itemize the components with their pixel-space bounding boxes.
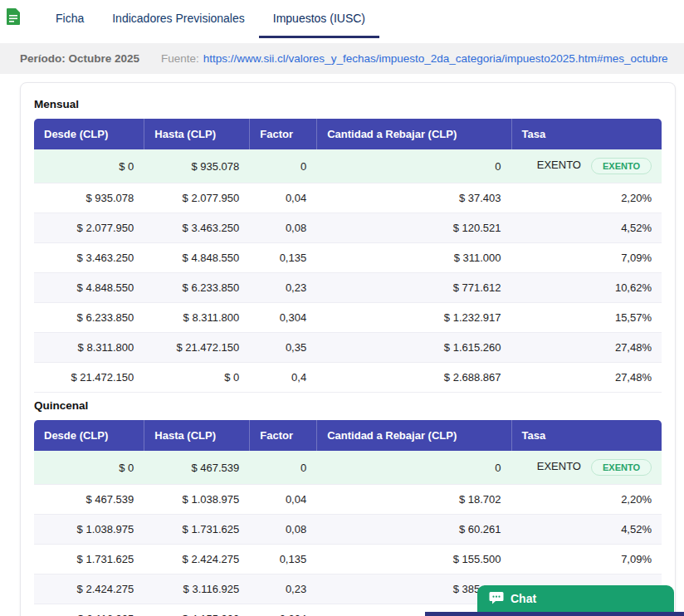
tasa-value: 2,20% — [621, 192, 652, 204]
cell-hasta: $ 3.116.925 — [144, 574, 249, 604]
cell-tasa: 7,09% — [511, 545, 662, 574]
tax-tables-card: MensualDesde (CLP)Hasta (CLP)FactorCanti… — [20, 82, 676, 616]
column-header-cantidad-a-rebajar-clp: Cantidad a Rebajar (CLP) — [316, 119, 511, 149]
column-header-factor: Factor — [249, 119, 316, 149]
cell-hasta: $ 2.077.950 — [144, 183, 249, 213]
tables-container: MensualDesde (CLP)Hasta (CLP)FactorCanti… — [34, 98, 662, 616]
cell-desde: $ 2.077.950 — [34, 213, 144, 243]
cell-cantidad: $ 60.261 — [316, 515, 511, 545]
tasa-value: 7,09% — [621, 553, 652, 565]
table-title-mensual: Mensual — [34, 98, 662, 110]
cell-factor: 0,4 — [249, 363, 316, 393]
cell-hasta: $ 2.424.275 — [144, 545, 249, 574]
cell-factor: 0,08 — [249, 213, 316, 243]
tab-bar: FichaIndicadores PrevisionalesImpuestos … — [0, 0, 684, 43]
cell-factor: 0,08 — [249, 515, 316, 545]
tasa-value: 15,57% — [615, 311, 652, 324]
cell-tasa: 27,48% — [511, 333, 662, 363]
cell-factor: 0,04 — [249, 485, 316, 515]
table-row: $ 8.311.800$ 21.472.1500,35$ 1.615.26027… — [34, 333, 662, 363]
cell-hasta: $ 8.311.800 — [144, 303, 249, 333]
source-label: Fuente:https://www.sii.cl/valores_y_fech… — [161, 52, 668, 65]
cell-hasta: $ 4.848.550 — [144, 243, 249, 273]
chat-bubble-icon — [489, 591, 504, 607]
tasa-value: 7,09% — [621, 252, 652, 264]
column-header-factor: Factor — [249, 420, 316, 451]
table-row: $ 935.078$ 2.077.9500,04$ 37.4032,20% — [34, 183, 662, 213]
exento-badge: EXENTO — [591, 459, 652, 476]
source-link[interactable]: https://www.sii.cl/valores_y_fechas/impu… — [203, 52, 668, 65]
cell-tasa: 7,09% — [511, 243, 662, 273]
tab-ficha[interactable]: Ficha — [42, 7, 98, 38]
exento-badge: EXENTO — [591, 158, 652, 174]
tasa-value: 27,48% — [615, 371, 652, 384]
cell-factor: 0,304 — [249, 604, 316, 616]
cell-desde: $ 3.463.250 — [34, 243, 144, 273]
tasa-value: 2,20% — [621, 493, 652, 506]
cell-factor: 0,04 — [249, 183, 316, 213]
cell-factor: 0 — [249, 149, 316, 183]
source-label-text: Fuente: — [161, 52, 199, 65]
main-content: MensualDesde (CLP)Hasta (CLP)FactorCanti… — [0, 74, 684, 616]
tasa-value: 4,52% — [621, 523, 652, 535]
period-bar: Período: Octubre 2025 Fuente:https://www… — [0, 43, 684, 74]
cell-tasa: 4,52% — [511, 515, 662, 545]
cell-factor: 0 — [249, 451, 316, 485]
tasa-value: 27,48% — [615, 341, 652, 354]
cell-desde: $ 8.311.800 — [34, 333, 144, 363]
column-header-hasta-clp: Hasta (CLP) — [144, 119, 249, 149]
tab-impuestos-iusc[interactable]: Impuestos (IUSC) — [259, 7, 379, 38]
cell-cantidad: 0 — [316, 451, 511, 485]
tab-indicadores-previsionales[interactable]: Indicadores Previsionales — [98, 7, 259, 38]
tasa-value: 4,52% — [621, 222, 652, 234]
table-row: $ 4.848.550$ 6.233.8500,23$ 771.61210,62… — [34, 273, 662, 303]
header-row: Desde (CLP)Hasta (CLP)FactorCantidad a R… — [34, 119, 662, 149]
cell-hasta: $ 4.155.900 — [144, 604, 249, 616]
app-document-icon — [7, 8, 20, 28]
cell-cantidad: $ 1.232.917 — [316, 303, 511, 333]
cell-desde: $ 935.078 — [34, 183, 144, 213]
cell-cantidad: $ 2.688.867 — [316, 363, 511, 393]
cell-hasta: $ 3.463.250 — [144, 213, 249, 243]
cell-hasta: $ 467.539 — [144, 451, 249, 485]
column-header-desde-clp: Desde (CLP) — [34, 420, 144, 451]
cell-hasta: $ 1.731.625 — [144, 515, 249, 545]
cell-factor: 0,23 — [249, 273, 316, 303]
cell-cantidad: $ 311.000 — [316, 243, 511, 273]
tasa-value: EXENTO — [537, 460, 581, 472]
cell-desde: $ 467.539 — [34, 485, 144, 515]
chat-panel-edge — [425, 612, 684, 616]
cell-cantidad: $ 1.615.260 — [316, 333, 511, 363]
header-row: Desde (CLP)Hasta (CLP)FactorCantidad a R… — [34, 420, 662, 451]
column-header-cantidad-a-rebajar-clp: Cantidad a Rebajar (CLP) — [316, 420, 511, 451]
cell-desde: $ 4.848.550 — [34, 273, 144, 303]
cell-cantidad: $ 155.500 — [316, 545, 511, 574]
cell-tasa: 2,20% — [511, 183, 662, 213]
table-row: $ 1.731.625$ 2.424.2750,135$ 155.5007,09… — [34, 545, 662, 574]
column-header-desde-clp: Desde (CLP) — [34, 119, 144, 149]
table-row: $ 467.539$ 1.038.9750,04$ 18.7022,20% — [34, 485, 662, 515]
table-row: $ 2.077.950$ 3.463.2500,08$ 120.5214,52% — [34, 213, 662, 243]
cell-desde: $ 2.424.275 — [34, 574, 144, 604]
cell-tasa: 2,20% — [511, 485, 662, 515]
cell-tasa: EXENTOEXENTO — [511, 451, 662, 485]
table-row: $ 3.463.250$ 4.848.5500,135$ 311.0007,09… — [34, 243, 662, 273]
cell-cantidad: 0 — [316, 149, 511, 183]
cell-hasta: $ 6.233.850 — [144, 273, 249, 303]
cell-desde: $ 21.472.150 — [34, 363, 144, 393]
cell-tasa: 15,57% — [511, 303, 662, 333]
cell-cantidad: $ 771.612 — [316, 273, 511, 303]
column-header-tasa: Tasa — [511, 119, 662, 149]
cell-factor: 0,135 — [249, 545, 316, 574]
cell-desde: $ 0 — [34, 451, 144, 485]
chat-button[interactable]: Chat — [477, 585, 674, 612]
cell-desde: $ 3.116.925 — [34, 604, 144, 616]
cell-tasa: EXENTOEXENTO — [511, 149, 662, 183]
cell-tasa: 27,48% — [511, 363, 662, 393]
cell-tasa: 10,62% — [511, 273, 662, 303]
table-row: $ 0$ 935.07800EXENTOEXENTO — [34, 149, 662, 183]
tab-list: FichaIndicadores PrevisionalesImpuestos … — [42, 7, 379, 38]
cell-hasta: $ 21.472.150 — [144, 333, 249, 363]
chat-button-label: Chat — [511, 592, 536, 605]
cell-desde: $ 1.731.625 — [34, 545, 144, 574]
